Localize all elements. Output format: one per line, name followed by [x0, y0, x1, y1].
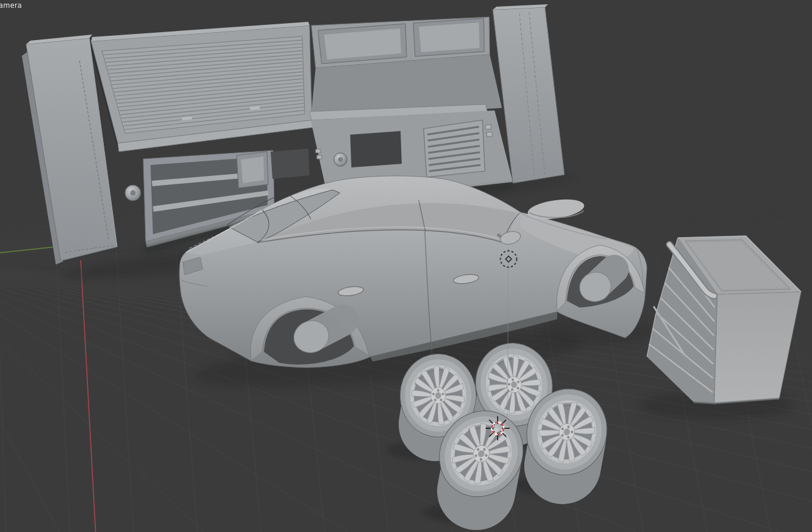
blender-3d-viewport[interactable]: amera	[0, 0, 812, 532]
dark-recess	[271, 149, 310, 179]
small-panel-door[interactable]	[237, 152, 268, 188]
vent-panel	[424, 120, 485, 177]
camera-view-label: amera	[0, 1, 22, 10]
service-doorway[interactable]	[350, 131, 402, 167]
